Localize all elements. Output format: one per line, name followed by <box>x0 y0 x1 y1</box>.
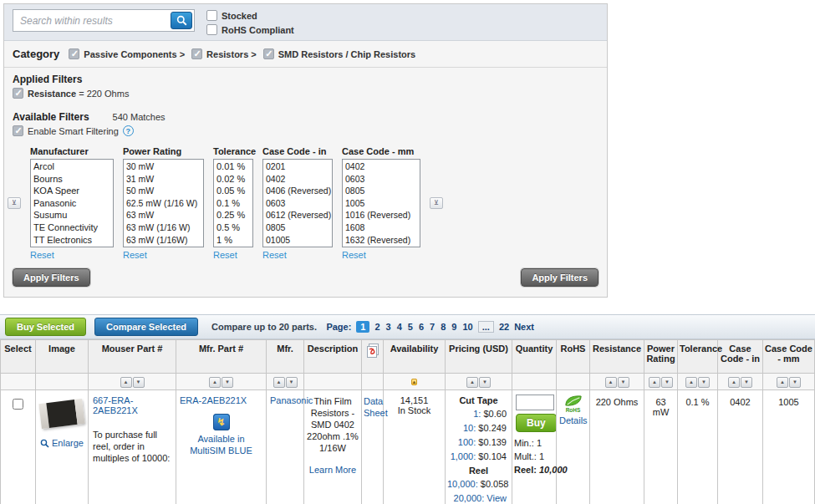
search-button[interactable] <box>171 12 192 29</box>
filter-option[interactable]: 0.02 % <box>214 173 252 186</box>
collapse-right-chevron-icon[interactable]: ⊻ <box>430 197 443 209</box>
filter-option[interactable]: 0402 <box>263 173 332 186</box>
filter-option[interactable]: 0.25 % <box>214 209 252 221</box>
filter-option[interactable]: 0.5 % <box>214 221 252 234</box>
apply-filters-button-left[interactable]: Apply Filters <box>13 268 90 287</box>
filter-option[interactable]: TE Connectivity <box>31 221 113 234</box>
page-link[interactable]: 9 <box>451 322 456 332</box>
sort-up-case-mm[interactable]: ▲ <box>777 377 788 388</box>
last-page-link[interactable]: 22 <box>499 322 509 332</box>
filter-option[interactable]: 63 mW <box>124 209 203 221</box>
filter-option[interactable]: 0.1 % <box>214 197 252 210</box>
price-break-qty[interactable]: 100: <box>458 437 476 447</box>
filter-option[interactable]: Bourns <box>31 173 113 186</box>
page-link[interactable]: 3 <box>386 322 391 332</box>
tolerance-listbox[interactable]: 0.01 %0.02 %0.05 %0.1 %0.25 %0.5 %1 % <box>213 159 253 247</box>
filter-option[interactable]: 01005 <box>263 234 332 247</box>
sort-down-case-in[interactable]: ▼ <box>741 377 752 388</box>
sort-up-availability[interactable]: ▲ <box>411 379 418 385</box>
filter-option[interactable]: Arcol <box>31 160 113 173</box>
enlarge-link[interactable]: Enlarge <box>38 438 85 448</box>
filter-option[interactable]: 31 mW <box>124 173 203 186</box>
page-link[interactable]: 8 <box>441 322 446 332</box>
page-link[interactable]: 7 <box>430 322 435 332</box>
filter-option[interactable]: 1 % <box>214 234 252 247</box>
view-price-link[interactable]: View <box>486 493 507 503</box>
page-link[interactable]: 6 <box>419 322 424 332</box>
mfr-part-link[interactable]: ERA-2AEB221X <box>180 395 262 405</box>
price-break-qty[interactable]: 10: <box>463 423 476 433</box>
sort-down-mfr[interactable]: ▼ <box>286 377 298 388</box>
apply-filters-button-right[interactable]: Apply Filters <box>521 268 599 287</box>
sort-up-resistance[interactable]: ▲ <box>605 377 617 388</box>
sort-down-tolerance[interactable]: ▼ <box>698 377 710 388</box>
filter-option[interactable]: TT Electronics <box>31 234 113 247</box>
stocked-checkbox[interactable] <box>206 10 217 21</box>
filter-option[interactable]: 62.5 mW (1/16 W) <box>124 197 203 210</box>
mfr-link[interactable]: Panasonic <box>270 395 313 405</box>
help-icon[interactable]: ? <box>123 125 134 136</box>
buy-button[interactable]: Buy <box>516 414 557 432</box>
price-break-qty[interactable]: 10,000: <box>447 479 478 489</box>
sort-down-mfr-part[interactable]: ▼ <box>222 377 233 388</box>
reset-link-power-rating[interactable]: Reset <box>123 250 204 260</box>
sort-up-mfr[interactable]: ▲ <box>273 377 285 388</box>
case-code-in-listbox[interactable]: 020104020406 (Reversed)06030612 (Reverse… <box>262 159 333 247</box>
reset-link-manufacturer[interactable]: Reset <box>30 250 114 260</box>
filter-option[interactable]: Susumu <box>31 209 113 221</box>
compare-selected-button[interactable]: Compare Selected <box>94 318 198 336</box>
multisim-link[interactable]: Available in MultiSIM BLUE <box>180 433 262 456</box>
page-ellipsis[interactable]: ... <box>478 321 494 333</box>
page-link[interactable]: 4 <box>397 322 402 332</box>
collapse-left-chevron-icon[interactable]: ⊻ <box>8 197 21 209</box>
filter-option[interactable]: 0603 <box>343 173 420 186</box>
sort-up-power[interactable]: ▲ <box>649 377 660 388</box>
case-code-mm-listbox[interactable]: 04020603080510051016 (Reversed)16081632 … <box>342 159 420 247</box>
power-rating-listbox[interactable]: 30 mW31 mW50 mW62.5 mW (1/16 W)63 mW63 m… <box>123 159 204 247</box>
sort-up-mouser-part[interactable]: ▲ <box>120 377 132 388</box>
sort-up-mfr-part[interactable]: ▲ <box>209 377 221 388</box>
page-link[interactable]: 5 <box>408 322 413 332</box>
filter-option[interactable]: 30 mW <box>124 160 203 173</box>
reset-link-case-code-mm[interactable]: Reset <box>342 250 420 260</box>
filter-option[interactable]: 0201 <box>263 160 332 173</box>
manufacturer-listbox[interactable]: ArcolBournsKOA SpeerPanasonicSusumuTE Co… <box>30 159 114 247</box>
filter-option[interactable]: 63 mW (1/16W) <box>124 234 203 247</box>
datasheet-link[interactable]: Data Sheet <box>364 395 381 419</box>
quantity-input[interactable] <box>516 395 554 410</box>
filter-option[interactable]: 0402 <box>343 160 420 173</box>
rohs-details-link[interactable]: Details <box>559 415 587 425</box>
filter-option[interactable]: 1016 (Reversed) <box>343 209 420 221</box>
rohs-checkbox[interactable] <box>206 24 217 35</box>
filter-option[interactable]: KOA Speer <box>31 185 113 197</box>
sort-down-resistance[interactable]: ▼ <box>618 377 629 388</box>
learn-more-link[interactable]: Learn More <box>309 464 356 476</box>
filter-option[interactable]: 0805 <box>343 185 420 197</box>
filter-option[interactable]: 0603 <box>263 197 332 210</box>
filter-option[interactable]: 0.05 % <box>214 185 252 197</box>
filter-option[interactable]: 0.01 % <box>214 160 252 173</box>
sort-down-pricing[interactable]: ▼ <box>479 377 491 388</box>
filter-option[interactable]: 1608 <box>343 221 420 234</box>
reset-link-case-code-in[interactable]: Reset <box>262 250 333 260</box>
filter-option[interactable]: 63 mW (1/16 W) <box>124 221 203 234</box>
filter-option[interactable]: 1005 <box>343 197 420 210</box>
price-break-qty-20000[interactable]: 20,000: <box>454 493 485 503</box>
reset-link-tolerance[interactable]: Reset <box>213 250 253 260</box>
category-checkbox[interactable] <box>69 48 79 59</box>
applied-filter-checkbox[interactable] <box>13 88 23 99</box>
sort-down-power[interactable]: ▼ <box>661 377 673 388</box>
filter-option[interactable]: 50 mW <box>124 185 203 197</box>
filter-option[interactable]: 0805 <box>263 221 332 234</box>
filter-option[interactable]: 0406 (Reversed) <box>263 185 332 197</box>
sort-down-case-mm[interactable]: ▼ <box>789 377 801 388</box>
price-break-qty[interactable]: 1: <box>473 409 481 419</box>
page-link[interactable]: 2 <box>374 322 379 332</box>
next-page-link[interactable]: Next <box>514 322 534 332</box>
sort-up-pricing[interactable]: ▲ <box>466 377 478 388</box>
sort-up-tolerance[interactable]: ▲ <box>685 377 697 388</box>
page-link[interactable]: 10 <box>462 322 472 332</box>
filter-option[interactable]: 1632 (Reversed) <box>343 234 420 247</box>
smart-filtering-checkbox[interactable] <box>13 125 23 136</box>
select-row-checkbox[interactable] <box>13 399 23 410</box>
